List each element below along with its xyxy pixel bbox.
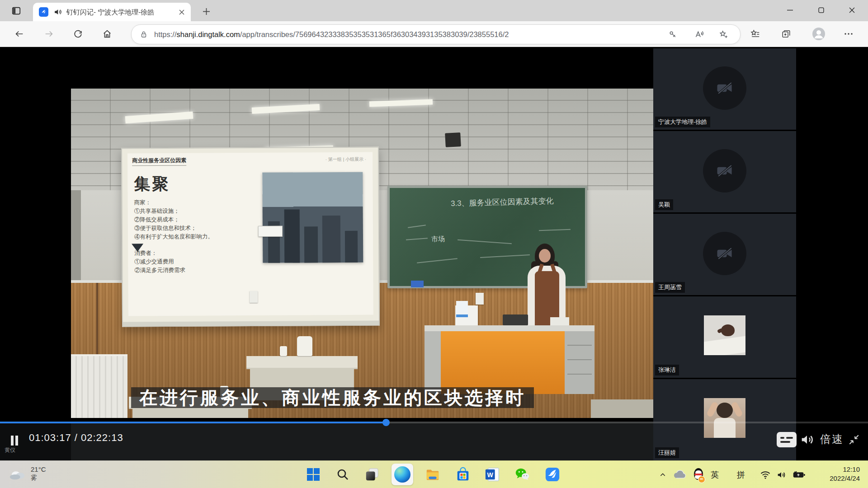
search-icon xyxy=(336,468,349,481)
start-button[interactable] xyxy=(302,464,324,485)
wechat-button[interactable] xyxy=(511,464,533,485)
cup xyxy=(280,346,287,356)
new-tab-button[interactable] xyxy=(200,5,212,17)
pause-button[interactable] xyxy=(11,436,21,446)
more-menu-button[interactable] xyxy=(839,25,858,43)
svg-text:W: W xyxy=(487,471,494,479)
tab-audio-playing-icon[interactable] xyxy=(53,8,62,16)
video-surface[interactable]: 3.3、服务业区位因素及其变化 市场 商业性服务业区位因素 · 第一组 | 小组… xyxy=(71,89,653,418)
lock-icon[interactable] xyxy=(140,30,148,39)
wechat-icon xyxy=(514,467,530,482)
student-table xyxy=(246,356,358,369)
weather-condition: 雾 xyxy=(31,474,46,482)
task-view-icon xyxy=(365,467,379,482)
participant-name: 吴颖 xyxy=(655,199,673,210)
task-view-button[interactable] xyxy=(361,464,383,485)
tab-actions-button[interactable] xyxy=(9,4,24,18)
radiator xyxy=(71,354,127,418)
subtitles-toggle-button[interactable] xyxy=(777,432,797,447)
participant-name: 王周菡雪 xyxy=(655,282,685,293)
minimize-button[interactable] xyxy=(778,0,802,20)
read-aloud-icon[interactable] xyxy=(691,28,707,41)
address-bar[interactable]: https://shanji.dingtalk.com/app/transcri… xyxy=(131,24,741,44)
tab-title: 钉钉闪记- 宁波大学地理-徐皓 xyxy=(66,3,175,21)
ceiling-light xyxy=(252,104,320,114)
weather-widget[interactable]: 21°C 雾 xyxy=(6,465,49,483)
floor xyxy=(591,399,653,418)
wall-edge xyxy=(71,190,81,283)
screen: 钉钉闪记- 宁波大学地理-徐皓 xyxy=(0,0,868,488)
participant-photo xyxy=(704,398,745,438)
progress-fill xyxy=(0,422,386,423)
wall-speaker xyxy=(445,132,461,147)
avatar xyxy=(703,232,746,275)
home-button[interactable] xyxy=(98,25,116,43)
current-time: 01:03:17 xyxy=(29,432,71,443)
volume-button[interactable] xyxy=(799,432,815,447)
forward-button[interactable] xyxy=(40,25,58,43)
participant-name: 张琳洁 xyxy=(655,365,679,375)
file-explorer-button[interactable] xyxy=(422,464,443,485)
participant-tile: 吴颖 xyxy=(653,131,796,212)
shrink-player-button[interactable] xyxy=(848,434,860,446)
desk-laptop xyxy=(503,314,528,325)
hidden-icons-chevron[interactable] xyxy=(656,461,669,488)
close-window-button[interactable] xyxy=(840,0,863,20)
tab-strip: 钉钉闪记- 宁波大学地理-徐皓 xyxy=(0,0,868,21)
edge-button[interactable] xyxy=(392,464,413,485)
url-scheme: https:// xyxy=(154,30,177,38)
windows-taskbar: 21°C 雾 xyxy=(0,460,868,488)
dingtalk-favicon-icon xyxy=(39,7,48,17)
url-text: https://shanji.dingtalk.com/app/transcri… xyxy=(154,25,509,44)
back-button[interactable] xyxy=(10,25,28,43)
url-path: /app/transcribes/75696432333835353531365… xyxy=(240,30,509,38)
tray-time: 12:10 xyxy=(830,465,860,474)
maximize-button[interactable] xyxy=(809,0,833,20)
progress-bar[interactable] xyxy=(0,422,868,423)
favorites-bar-button[interactable] xyxy=(746,25,765,43)
wifi-icon[interactable] xyxy=(759,461,772,488)
ceiling-light xyxy=(125,112,193,123)
browser-tab[interactable]: 钉钉闪记- 宁波大学地理-徐皓 xyxy=(33,3,191,21)
desk-papers xyxy=(550,317,569,325)
tab-close-button[interactable] xyxy=(176,7,187,18)
participant-name: 汪丽婧 xyxy=(655,447,679,458)
onedrive-cloud-icon[interactable] xyxy=(672,461,687,488)
video-subtitle: 在进行服务业、商业性服务业的区块选择时 xyxy=(131,387,534,408)
file-explorer-icon xyxy=(425,467,440,482)
dingtalk-icon xyxy=(545,467,560,482)
refresh-button[interactable] xyxy=(69,25,87,43)
screen-control-box xyxy=(411,281,424,287)
screen-bottom-bar xyxy=(123,321,379,326)
url-host: shanji.dingtalk.com xyxy=(177,30,240,38)
battery-charging-icon[interactable] xyxy=(790,461,807,488)
avatar xyxy=(703,66,746,110)
tab-actions-icon xyxy=(11,6,21,16)
password-key-icon[interactable] xyxy=(665,28,680,41)
start-icon xyxy=(307,468,320,481)
slide-consumer-block: 消费者： ①减少交通费用 ②满足多元消费需求 xyxy=(134,249,185,275)
participant-name: 宁波大学地理-徐皓 xyxy=(655,117,710,127)
participant-tile: 宁波大学地理-徐皓 xyxy=(653,48,796,130)
participant-tile: 汪丽婧 xyxy=(653,379,796,460)
desk-front xyxy=(441,331,565,394)
clock[interactable]: 12:10 2022/4/24 xyxy=(830,465,860,483)
slide-session: · 第一组 | 小组展示 · xyxy=(326,156,366,163)
avatar xyxy=(703,149,746,192)
wall-switch xyxy=(250,291,258,303)
photo-pointer xyxy=(132,244,143,252)
add-favorite-star-icon[interactable] xyxy=(716,28,731,41)
student-table-front-side xyxy=(132,408,248,418)
ime-language-indicator[interactable]: 英 xyxy=(708,461,722,488)
microsoft-store-button[interactable] xyxy=(452,464,474,485)
dingtalk-button[interactable] xyxy=(542,464,563,485)
volume-tray-icon[interactable] xyxy=(774,461,788,488)
ime-mode-indicator[interactable]: 拼 xyxy=(734,461,748,488)
collections-button[interactable] xyxy=(777,25,796,43)
word-button[interactable]: W xyxy=(481,464,503,485)
ceiling-light xyxy=(369,99,433,107)
search-button[interactable] xyxy=(332,464,354,485)
qq-busy-icon[interactable] xyxy=(691,461,706,488)
profile-avatar[interactable] xyxy=(809,25,828,43)
playback-speed-button[interactable]: 倍速 xyxy=(820,432,844,446)
